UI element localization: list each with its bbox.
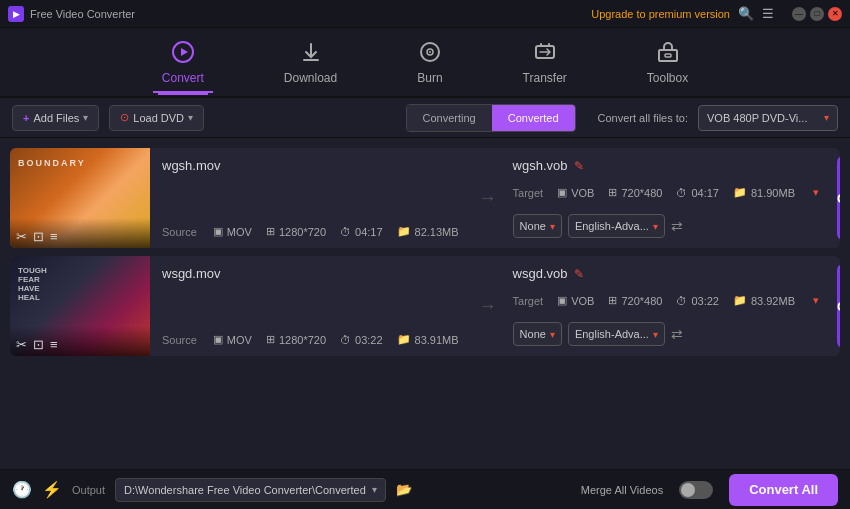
target-info: Target ▣ VOB ⊞ 720*480 ⏱ 04:17 📁 81.90MB bbox=[513, 186, 819, 199]
dvd-caret: ▾ bbox=[188, 112, 193, 123]
source-duration-2: 03:22 bbox=[355, 334, 383, 346]
target-dur-item-2: ⏱ 03:22 bbox=[676, 295, 719, 307]
target-header-2: wsgd.vob ✎ bbox=[513, 266, 819, 281]
audio-caret-2: ▾ bbox=[653, 329, 658, 340]
subtitle-value-2: None bbox=[520, 328, 546, 340]
audio-value-2: English-Adva... bbox=[575, 328, 649, 340]
toolbox-nav-label: Toolbox bbox=[647, 71, 688, 85]
transfer-nav-icon bbox=[533, 40, 557, 67]
target-resolution-2: 720*480 bbox=[621, 295, 662, 307]
target-settings-icon[interactable]: ▾ bbox=[813, 186, 819, 199]
burn-nav-label: Burn bbox=[417, 71, 442, 85]
source-size-item-2: 📁 83.91MB bbox=[397, 333, 459, 346]
convert-all-button[interactable]: Convert All bbox=[729, 474, 838, 506]
tab-converting[interactable]: Converting bbox=[407, 105, 492, 131]
target-duration: 04:17 bbox=[691, 187, 719, 199]
target-format-2: VOB bbox=[571, 295, 594, 307]
audio-value: English-Adva... bbox=[575, 220, 649, 232]
convert-button-2[interactable]: Convert bbox=[837, 264, 840, 348]
target-dur-icon: ⏱ bbox=[676, 187, 687, 199]
download-nav-icon bbox=[299, 40, 323, 67]
target-duration-2: 03:22 bbox=[691, 295, 719, 307]
cut-icon[interactable]: ✂ bbox=[16, 229, 27, 244]
file-thumbnail-2: TOUGHFEARHAVEHEAL ✂ ⊡ ≡ bbox=[10, 256, 150, 356]
app-title: Free Video Converter bbox=[30, 8, 135, 20]
convert-nav-icon bbox=[171, 40, 195, 67]
source-label: Source bbox=[162, 226, 197, 238]
target-size: 81.90MB bbox=[751, 187, 795, 199]
nav-item-burn[interactable]: Burn bbox=[407, 32, 452, 93]
nav-item-transfer[interactable]: Transfer bbox=[513, 32, 577, 93]
subtitle-select-2[interactable]: None ▾ bbox=[513, 322, 562, 346]
output-label: Output bbox=[72, 484, 105, 496]
burn-nav-icon bbox=[418, 40, 442, 67]
edit-filename-icon[interactable]: ✎ bbox=[574, 159, 584, 173]
crop-icon[interactable]: ⊡ bbox=[33, 229, 44, 244]
minimize-button[interactable]: — bbox=[792, 7, 806, 21]
target-size-2: 83.92MB bbox=[751, 295, 795, 307]
folder-open-icon[interactable]: 📂 bbox=[396, 482, 412, 497]
nav-item-download[interactable]: Download bbox=[274, 32, 347, 93]
subtitle-caret-2: ▾ bbox=[550, 329, 555, 340]
target-format-icon-2: ▣ bbox=[557, 294, 567, 307]
target-filename: wgsh.vob bbox=[513, 158, 568, 173]
dvd-icon: ⊙ bbox=[120, 111, 129, 124]
source-res-item-2: ⊞ 1280*720 bbox=[266, 333, 326, 346]
target-label-2: Target bbox=[513, 295, 544, 307]
target-settings-icon-2[interactable]: ▾ bbox=[813, 294, 819, 307]
menu-icon[interactable]: ☰ bbox=[762, 6, 774, 21]
format-value: VOB 480P DVD-Vi... bbox=[707, 112, 807, 124]
edit-filename-icon-2[interactable]: ✎ bbox=[574, 267, 584, 281]
dur-icon: ⏱ bbox=[340, 226, 351, 238]
output-path-selector[interactable]: D:\Wondershare Free Video Converter\Conv… bbox=[115, 478, 386, 502]
upgrade-link[interactable]: Upgrade to premium version bbox=[591, 8, 730, 20]
subtitle-audio-row-2: None ▾ English-Adva... ▾ ⇄ bbox=[513, 322, 819, 346]
close-button[interactable]: ✕ bbox=[828, 7, 842, 21]
audio-select[interactable]: English-Adva... ▾ bbox=[568, 214, 665, 238]
merge-toggle[interactable] bbox=[679, 481, 713, 499]
add-files-button[interactable]: + Add Files ▾ bbox=[12, 105, 99, 131]
source-size-2: 83.91MB bbox=[415, 334, 459, 346]
edit-effect-icon[interactable]: ≡ bbox=[50, 229, 58, 244]
source-duration: 04:17 bbox=[355, 226, 383, 238]
nav-item-convert[interactable]: Convert bbox=[152, 32, 214, 93]
audio-settings-icon[interactable]: ⇄ bbox=[671, 218, 683, 234]
crop-icon-2[interactable]: ⊡ bbox=[33, 337, 44, 352]
source-format-item: ▣ MOV bbox=[213, 225, 252, 238]
output-path-value: D:\Wondershare Free Video Converter\Conv… bbox=[124, 484, 366, 496]
nav-bar: Convert Download Burn bbox=[0, 28, 850, 98]
maximize-button[interactable]: □ bbox=[810, 7, 824, 21]
toolbox-nav-icon bbox=[656, 40, 680, 67]
subtitle-select[interactable]: None ▾ bbox=[513, 214, 562, 238]
edit-effect-icon-2[interactable]: ≡ bbox=[50, 337, 58, 352]
load-dvd-button[interactable]: ⊙ Load DVD ▾ bbox=[109, 105, 204, 131]
clock-icon[interactable]: 🕐 bbox=[12, 480, 32, 499]
thumb-controls: ✂ ⊡ ≡ bbox=[16, 229, 58, 244]
source-resolution-2: 1280*720 bbox=[279, 334, 326, 346]
format-caret: ▾ bbox=[824, 112, 829, 123]
file-item: TOUGHFEARHAVEHEAL ✂ ⊡ ≡ wsgd.mov Source … bbox=[10, 256, 840, 356]
tab-converted[interactable]: Converted bbox=[492, 105, 575, 131]
audio-select-2[interactable]: English-Adva... ▾ bbox=[568, 322, 665, 346]
source-label-2: Source bbox=[162, 334, 197, 346]
audio-settings-icon-2[interactable]: ⇄ bbox=[671, 326, 683, 342]
target-format: VOB bbox=[571, 187, 594, 199]
cut-icon-2[interactable]: ✂ bbox=[16, 337, 27, 352]
svg-rect-8 bbox=[665, 54, 671, 57]
subtitle-audio-row: None ▾ English-Adva... ▾ ⇄ bbox=[513, 214, 819, 238]
target-res-item: ⊞ 720*480 bbox=[608, 186, 662, 199]
source-dur-item: ⏱ 04:17 bbox=[340, 226, 383, 238]
format-select-dropdown[interactable]: VOB 480P DVD-Vi... ▾ bbox=[698, 105, 838, 131]
convert-nav-label: Convert bbox=[162, 71, 204, 85]
nav-item-toolbox[interactable]: Toolbox bbox=[637, 32, 698, 93]
lightning-icon[interactable]: ⚡ bbox=[42, 480, 62, 499]
search-icon[interactable]: 🔍 bbox=[738, 6, 754, 21]
source-dur-item-2: ⏱ 03:22 bbox=[340, 334, 383, 346]
title-bar: ▶ Free Video Converter Upgrade to premiu… bbox=[0, 0, 850, 28]
target-format-item: ▣ VOB bbox=[557, 186, 594, 199]
format-icon: ▣ bbox=[213, 225, 223, 238]
convert-button-1[interactable]: Convert bbox=[837, 156, 840, 240]
source-format-2: MOV bbox=[227, 334, 252, 346]
title-bar-left: ▶ Free Video Converter bbox=[8, 6, 135, 22]
file-details-2: wsgd.mov Source ▣ MOV ⊞ 1280*720 ⏱ 03:22… bbox=[150, 256, 471, 356]
